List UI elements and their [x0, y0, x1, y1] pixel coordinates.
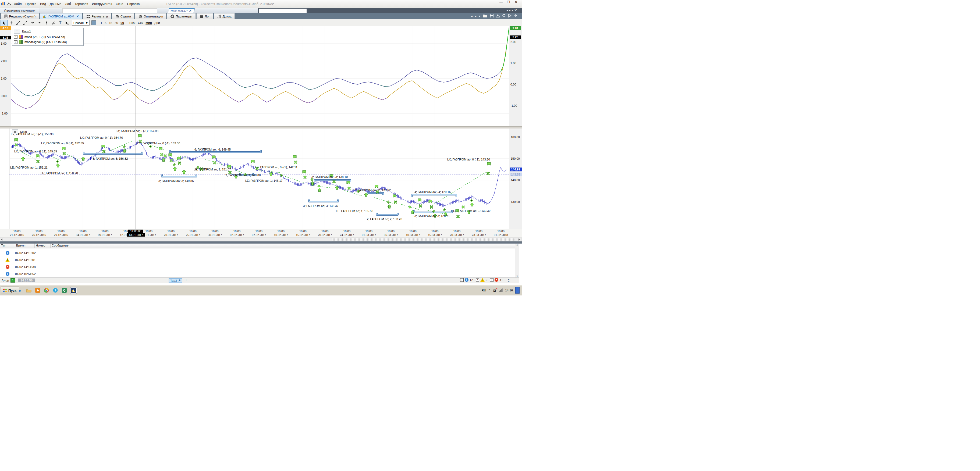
log-scrollbar[interactable]: ▲▼ — [515, 244, 519, 278]
counter-error[interactable]: ✓✕41 — [490, 278, 503, 282]
delete-pointer-tool[interactable] — [64, 20, 70, 26]
skype-icon[interactable]: S — [52, 287, 59, 293]
ie-icon[interactable]: e — [17, 287, 23, 293]
log-tab3[interactable]: Tab3 — [169, 278, 182, 283]
price-pane[interactable]: 160.00150.00140.00130.00LX; ГАЗПРОМ ао; … — [0, 128, 522, 245]
language-indicator[interactable]: RU — [482, 289, 486, 292]
network-icon[interactable]: 🖳 — [493, 289, 496, 292]
nav-back-icon[interactable]: ◂ — [471, 14, 473, 18]
checkbox-icon[interactable]: ✓ — [14, 40, 18, 44]
minimize-button[interactable]: — — [498, 0, 504, 4]
pin-icon — [178, 279, 181, 282]
text-tool[interactable]: T — [57, 20, 64, 26]
close-button[interactable]: ✕ — [513, 0, 519, 4]
nav-back-icon[interactable]: ◂ — [507, 9, 509, 12]
log-row[interactable]: 04.02 14:15:01 — [0, 257, 47, 263]
unit-Мин[interactable]: Мин — [145, 21, 152, 24]
menu-Окна[interactable]: Окна — [114, 2, 125, 6]
svg-text:2.00: 2.00 — [1, 59, 6, 63]
unit-Тики[interactable]: Тики — [129, 21, 135, 24]
log-row[interactable]: ✕04.02 14:14:38 — [0, 263, 47, 270]
import-icon[interactable] — [7, 2, 11, 6]
trade-annotation: 6; ГАЗПРОМ ао; -6; 149.45 — [194, 148, 231, 151]
menu-Справка[interactable]: Справка — [125, 2, 142, 6]
export-down-icon[interactable] — [514, 14, 517, 19]
polyline-tool[interactable] — [29, 20, 35, 26]
levels-tool[interactable] — [50, 20, 56, 26]
unit-Дни[interactable]: Дни — [154, 21, 160, 24]
tab-Результаты[interactable]: Результаты — [83, 13, 111, 19]
log-col-Сообщение[interactable]: Сообщение — [51, 244, 443, 248]
nav-forward-icon[interactable]: ▸ — [509, 9, 512, 12]
tab-close-icon[interactable]: ✕ — [189, 9, 192, 13]
player-icon[interactable] — [34, 287, 41, 293]
status-clock: 14:16:56 — [18, 279, 35, 282]
legend-menu-icon[interactable]: ☰ — [14, 29, 20, 33]
run-icon[interactable] — [508, 14, 512, 19]
tab-Оптимизация[interactable]: Оптимизация — [135, 13, 167, 19]
trend-line-tool[interactable] — [15, 20, 22, 26]
vline-tool[interactable] — [43, 20, 49, 26]
refresh-icon[interactable] — [502, 14, 506, 19]
counter-info[interactable]: ✓i12 — [460, 278, 473, 282]
interval-30[interactable]: 30 — [115, 21, 118, 24]
counter-warning[interactable]: ✓2 — [476, 278, 487, 282]
tab-Сделки[interactable]: Сделки — [112, 13, 134, 19]
log-col-Время[interactable]: Время — [15, 244, 35, 248]
tab-Параметры[interactable]: Параметры — [167, 13, 196, 19]
unit-Сек[interactable]: Сек — [138, 21, 143, 24]
tab-Доход[interactable]: Доход — [214, 13, 235, 19]
show-desktop-button[interactable] — [515, 287, 520, 293]
interval-1[interactable]: 1 — [100, 21, 102, 24]
legend-menu-icon[interactable]: ☰ — [12, 129, 18, 134]
nav-forward-icon[interactable]: ▸ — [475, 14, 477, 18]
interval-15[interactable]: 15 — [109, 21, 112, 24]
pane2-title-link[interactable]: Main — [20, 130, 27, 133]
interval-5[interactable]: 5 — [105, 21, 106, 24]
tslab-taskbar-icon[interactable] — [70, 287, 77, 294]
dropdown-icon[interactable]: ▾ — [512, 9, 514, 12]
axis-side-dropdown[interactable]: Правая▼ — [72, 20, 89, 25]
color-button[interactable] — [91, 21, 96, 25]
add-log-tab-button[interactable]: + — [184, 278, 188, 282]
crosshair-tool[interactable] — [8, 20, 14, 26]
tab-ГАЗПРОМ ао:60М[interactable]: ГАЗПРОМ ао:60М✕ — [40, 13, 82, 19]
restore-button[interactable]: ❐ — [506, 0, 512, 4]
folder-icon[interactable] — [25, 287, 32, 293]
tab-Лог[interactable]: Лог — [196, 13, 213, 19]
menu-Инструменты[interactable]: Инструменты — [90, 2, 114, 6]
tab-Редактор (Скрипт)[interactable]: Редактор (Скрипт) — [0, 13, 39, 19]
log-col-Тип[interactable]: Тип — [0, 244, 15, 248]
menu-Файл[interactable]: Файл — [12, 2, 24, 6]
tab-lab-macd[interactable]: Лаб: MACD*✕ — [168, 8, 195, 13]
open-folder-icon[interactable] — [483, 14, 487, 19]
collapse-chevron-icon[interactable]: ⌄⌄ — [508, 278, 510, 282]
log-col-Номер[interactable]: Номер — [35, 244, 51, 248]
log-row[interactable]: i04.02 10:54:52 — [0, 270, 47, 278]
menu-Лаб[interactable]: Лаб — [63, 2, 73, 6]
tray-expand-icon[interactable]: ⌃ — [488, 289, 491, 292]
checkbox-icon[interactable]: ✓ — [14, 35, 18, 39]
dropdown-icon[interactable]: ▾ — [479, 14, 480, 18]
menu-Данные[interactable]: Данные — [48, 2, 63, 6]
quik-icon[interactable]: Q — [61, 287, 67, 293]
interval-60[interactable]: 60 — [121, 21, 124, 24]
log-row[interactable]: i04.02 14:15:02 — [0, 249, 47, 257]
tray-clock[interactable]: 14:16 — [505, 289, 513, 292]
chrome-icon[interactable] — [43, 287, 50, 293]
svg-text:3.35: 3.35 — [3, 36, 8, 39]
save-icon[interactable] — [490, 14, 493, 19]
segment-tool[interactable] — [22, 20, 29, 26]
svg-text:2.81: 2.81 — [512, 27, 518, 30]
menu-Правка[interactable]: Правка — [24, 2, 38, 6]
signal-icon[interactable] — [499, 289, 503, 292]
menu-Торговля[interactable]: Торговля — [73, 2, 90, 6]
menu-Вид[interactable]: Вид — [38, 2, 48, 6]
tools-icon[interactable]: ⚒ — [514, 9, 518, 12]
tab-script-management[interactable]: Управление скриптами — [0, 8, 39, 13]
import-data-icon[interactable] — [496, 14, 500, 19]
pane1-title-link[interactable]: Pane1 — [22, 30, 31, 33]
pointer-tool[interactable] — [0, 20, 8, 26]
tab-close-icon[interactable]: ✕ — [76, 14, 79, 18]
hline-tool[interactable] — [36, 20, 43, 26]
